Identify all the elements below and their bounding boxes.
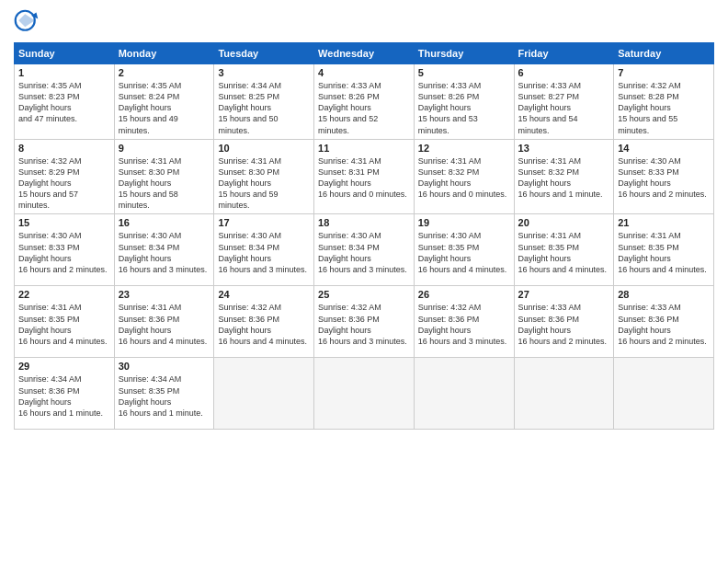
- cell-info: Sunrise: 4:33 AMSunset: 8:27 PMDaylight …: [518, 81, 582, 135]
- calendar-cell: 28Sunrise: 4:33 AMSunset: 8:36 PMDayligh…: [614, 286, 714, 358]
- logo-icon: [14, 9, 40, 35]
- day-number: 28: [618, 289, 710, 300]
- calendar-cell: 29Sunrise: 4:34 AMSunset: 8:36 PMDayligh…: [15, 358, 115, 430]
- cell-info: Sunrise: 4:35 AMSunset: 8:24 PMDaylight …: [119, 81, 182, 135]
- day-number: 11: [318, 143, 410, 154]
- cell-info: Sunrise: 4:33 AMSunset: 8:26 PMDaylight …: [318, 81, 381, 135]
- cell-info: Sunrise: 4:34 AMSunset: 8:36 PMDaylight …: [18, 374, 103, 417]
- day-number: 18: [318, 217, 410, 228]
- day-number: 8: [18, 143, 110, 154]
- day-number: 24: [218, 289, 310, 300]
- calendar-cell: 15Sunrise: 4:30 AMSunset: 8:33 PMDayligh…: [15, 214, 115, 286]
- day-number: 4: [318, 67, 410, 78]
- day-number: 21: [618, 217, 710, 228]
- day-header-sunday: Sunday: [15, 43, 115, 64]
- day-number: 9: [119, 143, 210, 154]
- calendar-cell: 27Sunrise: 4:33 AMSunset: 8:36 PMDayligh…: [514, 286, 614, 358]
- calendar-cell: 3Sunrise: 4:34 AMSunset: 8:25 PMDaylight…: [214, 64, 314, 140]
- calendar-cell: 16Sunrise: 4:30 AMSunset: 8:34 PMDayligh…: [114, 214, 214, 286]
- day-number: 12: [418, 143, 510, 154]
- calendar-cell: [414, 358, 514, 430]
- calendar-cell: 24Sunrise: 4:32 AMSunset: 8:36 PMDayligh…: [214, 286, 314, 358]
- cell-info: Sunrise: 4:33 AMSunset: 8:26 PMDaylight …: [418, 81, 482, 135]
- day-number: 1: [18, 67, 110, 78]
- calendar-week-3: 15Sunrise: 4:30 AMSunset: 8:33 PMDayligh…: [15, 214, 714, 286]
- header: [14, 9, 714, 35]
- calendar-week-2: 8Sunrise: 4:32 AMSunset: 8:29 PMDaylight…: [15, 139, 714, 214]
- day-number: 25: [318, 289, 410, 300]
- cell-info: Sunrise: 4:32 AMSunset: 8:36 PMDaylight …: [318, 303, 407, 345]
- day-header-saturday: Saturday: [614, 43, 714, 64]
- day-number: 2: [119, 67, 210, 78]
- day-number: 17: [218, 217, 310, 228]
- calendar-body: 1Sunrise: 4:35 AMSunset: 8:23 PMDaylight…: [15, 64, 714, 430]
- cell-info: Sunrise: 4:32 AMSunset: 8:29 PMDaylight …: [18, 156, 82, 211]
- calendar-cell: 2Sunrise: 4:35 AMSunset: 8:24 PMDaylight…: [114, 64, 214, 140]
- calendar-cell: 20Sunrise: 4:31 AMSunset: 8:35 PMDayligh…: [514, 214, 614, 286]
- day-header-tuesday: Tuesday: [214, 43, 314, 64]
- calendar-cell: 11Sunrise: 4:31 AMSunset: 8:31 PMDayligh…: [314, 139, 415, 214]
- day-header-thursday: Thursday: [414, 43, 514, 64]
- cell-info: Sunrise: 4:33 AMSunset: 8:36 PMDaylight …: [618, 303, 707, 345]
- cell-info: Sunrise: 4:31 AMSunset: 8:35 PMDaylight …: [518, 231, 608, 273]
- calendar-week-5: 29Sunrise: 4:34 AMSunset: 8:36 PMDayligh…: [15, 358, 714, 430]
- day-number: 3: [218, 67, 310, 78]
- cell-info: Sunrise: 4:31 AMSunset: 8:32 PMDaylight …: [418, 156, 507, 199]
- day-number: 16: [119, 217, 210, 228]
- calendar-cell: [214, 358, 314, 430]
- calendar-cell: 22Sunrise: 4:31 AMSunset: 8:35 PMDayligh…: [15, 286, 115, 358]
- day-number: 6: [518, 67, 610, 78]
- calendar-cell: 6Sunrise: 4:33 AMSunset: 8:27 PMDaylight…: [514, 64, 614, 140]
- day-number: 15: [18, 217, 110, 228]
- calendar-cell: 1Sunrise: 4:35 AMSunset: 8:23 PMDaylight…: [15, 64, 115, 140]
- day-number: 22: [18, 289, 110, 300]
- calendar-cell: 30Sunrise: 4:34 AMSunset: 8:35 PMDayligh…: [114, 358, 214, 430]
- day-number: 29: [18, 361, 110, 372]
- cell-info: Sunrise: 4:30 AMSunset: 8:33 PMDaylight …: [618, 156, 707, 199]
- cell-info: Sunrise: 4:32 AMSunset: 8:28 PMDaylight …: [618, 81, 681, 135]
- calendar-cell: 4Sunrise: 4:33 AMSunset: 8:26 PMDaylight…: [314, 64, 415, 140]
- calendar-cell: 14Sunrise: 4:30 AMSunset: 8:33 PMDayligh…: [614, 139, 714, 214]
- calendar-cell: 12Sunrise: 4:31 AMSunset: 8:32 PMDayligh…: [414, 139, 514, 214]
- calendar-cell: 19Sunrise: 4:30 AMSunset: 8:35 PMDayligh…: [414, 214, 514, 286]
- cell-info: Sunrise: 4:30 AMSunset: 8:34 PMDaylight …: [218, 231, 307, 273]
- day-number: 27: [518, 289, 610, 300]
- day-header-friday: Friday: [514, 43, 614, 64]
- cell-info: Sunrise: 4:30 AMSunset: 8:33 PMDaylight …: [18, 231, 108, 273]
- calendar-cell: 18Sunrise: 4:30 AMSunset: 8:34 PMDayligh…: [314, 214, 415, 286]
- calendar-cell: 23Sunrise: 4:31 AMSunset: 8:36 PMDayligh…: [114, 286, 214, 358]
- day-number: 14: [618, 143, 710, 154]
- day-number: 19: [418, 217, 510, 228]
- calendar-cell: [514, 358, 614, 430]
- cell-info: Sunrise: 4:31 AMSunset: 8:30 PMDaylight …: [218, 156, 281, 211]
- cell-info: Sunrise: 4:32 AMSunset: 8:36 PMDaylight …: [218, 303, 307, 345]
- cell-info: Sunrise: 4:32 AMSunset: 8:36 PMDaylight …: [418, 303, 507, 345]
- cell-info: Sunrise: 4:31 AMSunset: 8:36 PMDaylight …: [119, 303, 208, 345]
- calendar-cell: 25Sunrise: 4:32 AMSunset: 8:36 PMDayligh…: [314, 286, 415, 358]
- logo: [14, 9, 43, 35]
- cell-info: Sunrise: 4:30 AMSunset: 8:35 PMDaylight …: [418, 231, 507, 273]
- calendar-cell: [314, 358, 415, 430]
- day-number: 26: [418, 289, 510, 300]
- cell-info: Sunrise: 4:35 AMSunset: 8:23 PMDaylight …: [18, 81, 82, 123]
- calendar-cell: 8Sunrise: 4:32 AMSunset: 8:29 PMDaylight…: [15, 139, 115, 214]
- calendar: SundayMondayTuesdayWednesdayThursdayFrid…: [14, 42, 714, 430]
- cell-info: Sunrise: 4:34 AMSunset: 8:35 PMDaylight …: [119, 374, 203, 417]
- cell-info: Sunrise: 4:30 AMSunset: 8:34 PMDaylight …: [119, 231, 208, 273]
- day-number: 7: [618, 67, 710, 78]
- page: SundayMondayTuesdayWednesdayThursdayFrid…: [0, 0, 728, 563]
- cell-info: Sunrise: 4:34 AMSunset: 8:25 PMDaylight …: [218, 81, 281, 135]
- cell-info: Sunrise: 4:31 AMSunset: 8:35 PMDaylight …: [618, 231, 707, 273]
- calendar-week-1: 1Sunrise: 4:35 AMSunset: 8:23 PMDaylight…: [15, 64, 714, 140]
- cell-info: Sunrise: 4:31 AMSunset: 8:31 PMDaylight …: [318, 156, 407, 199]
- calendar-cell: 26Sunrise: 4:32 AMSunset: 8:36 PMDayligh…: [414, 286, 514, 358]
- day-number: 20: [518, 217, 610, 228]
- day-number: 10: [218, 143, 310, 154]
- calendar-cell: 17Sunrise: 4:30 AMSunset: 8:34 PMDayligh…: [214, 214, 314, 286]
- day-header-monday: Monday: [114, 43, 214, 64]
- calendar-cell: 21Sunrise: 4:31 AMSunset: 8:35 PMDayligh…: [614, 214, 714, 286]
- cell-info: Sunrise: 4:30 AMSunset: 8:34 PMDaylight …: [318, 231, 407, 273]
- calendar-cell: [614, 358, 714, 430]
- cell-info: Sunrise: 4:31 AMSunset: 8:35 PMDaylight …: [18, 303, 108, 345]
- calendar-cell: 9Sunrise: 4:31 AMSunset: 8:30 PMDaylight…: [114, 139, 214, 214]
